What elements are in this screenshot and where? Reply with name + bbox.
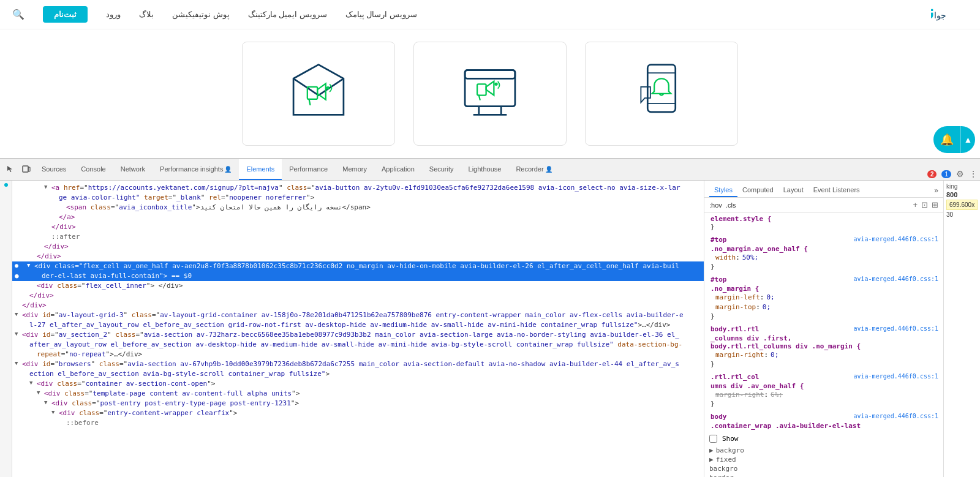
background-props: ▶ backgro ▶ fixed backgro border- (709, 446, 938, 477)
dom-line: ▼ <div class="entry-content-wrapper clea… (12, 408, 704, 418)
styles-tab-layout[interactable]: Layout (778, 184, 809, 197)
more-options-icon[interactable]: ⋮ (969, 169, 978, 179)
show-inherited-checkbox[interactable] (709, 435, 717, 443)
dom-line: <div class="flex_cell_inner"> </div> (12, 281, 704, 291)
tab-performance[interactable]: Performance (282, 159, 335, 180)
tab-elements[interactable]: Elements (239, 159, 282, 180)
styles-more-icon[interactable]: » (934, 186, 938, 197)
dom-line: ::after (12, 232, 704, 242)
svg-rect-4 (465, 70, 515, 107)
dom-line: ▼ <div id="av_section_2" class="avia-sec… (12, 330, 704, 340)
background-prop-4: border- (709, 474, 938, 477)
styles-filter-input[interactable] (709, 201, 908, 209)
nav-link-payamak[interactable]: سرویس ارسال پیامک (345, 10, 417, 19)
svg-rect-15 (28, 167, 30, 171)
svg-rect-11 (647, 65, 675, 112)
tab-security[interactable]: Security (422, 159, 461, 180)
style-rule-body-rtl: body.rtl.rtl avia-merged.446f0.css:1 _co… (709, 325, 938, 368)
tab-recorder[interactable]: Recorder 👤 (508, 159, 559, 180)
dom-line: l-27 el_after_av_layout_row el_before_av… (12, 320, 704, 330)
tab-lighthouse[interactable]: Lighthouse (461, 159, 509, 180)
devtools-tabbar: Sources Console Network Performance insi… (0, 159, 980, 181)
svg-rect-9 (477, 84, 486, 95)
site-logo: نـ جوا (931, 1, 968, 28)
dom-line: ▼ <div class="post-entry post-entry-type… (12, 399, 704, 408)
tab-performance-insights[interactable]: Performance insights 👤 (153, 159, 239, 180)
dom-panel[interactable]: ▼ <a href="https://accounts.yektanet.com… (12, 181, 704, 477)
dom-line: ▼ <div class="container av-section-cont-… (12, 379, 704, 389)
mobile-push-card-icon (631, 59, 692, 129)
search-icon[interactable]: 🔍 (12, 9, 24, 20)
performance-insights-person-icon: 👤 (224, 166, 232, 173)
dom-line: </div> (12, 291, 704, 301)
svg-rect-5 (465, 70, 515, 79)
tab-device-icon[interactable] (18, 159, 34, 180)
tab-memory[interactable]: Memory (335, 159, 374, 180)
svg-rect-14 (23, 166, 28, 172)
toggle-element-state-icon[interactable]: ⊡ (921, 200, 928, 209)
service-card-email (242, 42, 395, 146)
dom-line: ▼ <a href="https://accounts.yektanet.com… (12, 183, 704, 193)
site-navbar: نـ جوا سرویس ارسال پیامک سرویس ایمیل مار… (0, 0, 980, 29)
nav-link-blog[interactable]: بلاگ (139, 10, 154, 19)
background-prop-2: ▶ fixed (709, 456, 938, 464)
nav-link-login[interactable]: ورود (106, 10, 121, 19)
recorder-person-icon: 👤 (545, 166, 552, 173)
site-cards-area (0, 29, 980, 158)
service-card-mobile-push (585, 42, 738, 146)
tab-console[interactable]: Console (74, 159, 113, 180)
styles-subtabs: Styles Computed Layout Event Listeners » (704, 181, 943, 198)
styles-tab-computed[interactable]: Computed (737, 184, 778, 197)
style-rule-element: element.style { } (709, 215, 938, 231)
dom-line: </div> (12, 242, 704, 252)
style-rule-body: body avia-merged.446f0.css:1 .container_… (709, 413, 938, 430)
tab-network[interactable]: Network (113, 159, 153, 180)
notification-widget[interactable]: 🔔 ▲ (933, 126, 975, 153)
add-style-icon[interactable]: + (913, 200, 918, 209)
sidebar-label-king: king (946, 183, 978, 190)
new-style-rule-icon[interactable]: ⊞ (932, 200, 938, 209)
email-card-icon (288, 59, 349, 129)
dom-line: repeat="no-repeat">…</div> (12, 350, 704, 359)
dom-gutter (0, 181, 12, 477)
nav-link-email[interactable]: سرویس ایمیل مارکتینگ (248, 10, 327, 19)
tab-sources[interactable]: Sources (34, 159, 74, 180)
background-prop-3: backgro (709, 465, 938, 473)
dom-line: ▼ <div id="av-layout-grid-3" class="av-l… (12, 310, 704, 320)
dom-line: </div> (12, 222, 704, 232)
site-nav-links: سرویس ارسال پیامک سرویس ایمیل مارکتینگ پ… (12, 6, 417, 23)
nav-link-push[interactable]: پوش نوتیفیکیشن (172, 10, 230, 19)
dom-line: ▼ <div id="browsers" class="avia-section… (12, 359, 704, 369)
dom-line: </div> (12, 252, 704, 261)
style-rule-top-no-margin: #top avia-merged.446f0.css:1 .no_margin … (709, 276, 938, 320)
sidebar-val-800: 800 (946, 191, 978, 198)
styles-filter-icons: + ⊡ ⊞ (913, 200, 938, 209)
svg-text:جوا: جوا (934, 10, 946, 21)
svg-point-10 (494, 83, 497, 86)
dom-line-selected-cont[interactable]: ● der-el-last avia-full-contain"> == $0 (12, 271, 704, 281)
tab-application[interactable]: Application (374, 159, 422, 180)
dom-line: <span class="avia_iconbox_title">نسخه را… (12, 203, 704, 212)
box-model-sidebar: king 800 699.600x 30 (943, 181, 980, 477)
devtools-tabs-left: Sources Console Network Performance insi… (2, 159, 560, 180)
gutter-dot-1 (4, 183, 8, 187)
styles-content: element.style { } #top avia-merged.446f0… (704, 212, 943, 477)
devtools-tabs-right: 2 1 ⚙ ⋮ (927, 169, 978, 180)
styles-panel: Styles Computed Layout Event Listeners »… (704, 181, 943, 477)
style-rule-top-margin: #top avia-merged.446f0.css:1 .no_margin.… (709, 236, 938, 271)
styles-tab-event-listeners[interactable]: Event Listeners (809, 184, 865, 197)
devtools-panel: Sources Console Network Performance insi… (0, 158, 980, 477)
warning-badge: 1 (941, 170, 951, 178)
styles-tab-styles[interactable]: Styles (709, 184, 737, 197)
tab-cursor-icon[interactable] (2, 159, 18, 180)
settings-icon[interactable]: ⚙ (956, 169, 964, 179)
dom-line: ::before (12, 418, 704, 428)
dom-line-selected[interactable]: ● ▼ <div class="flex_cell av_one_half av… (12, 261, 704, 271)
error-badge: 2 (927, 170, 937, 178)
styles-filter-bar: + ⊡ ⊞ (704, 198, 943, 212)
web-push-card-icon (459, 59, 521, 129)
svg-point-3 (326, 86, 330, 89)
service-card-web-push (413, 42, 567, 146)
nav-signup-button[interactable]: ثبت‌نام (43, 6, 88, 23)
website-preview: نـ جوا سرویس ارسال پیامک سرویس ایمیل مار… (0, 0, 980, 158)
